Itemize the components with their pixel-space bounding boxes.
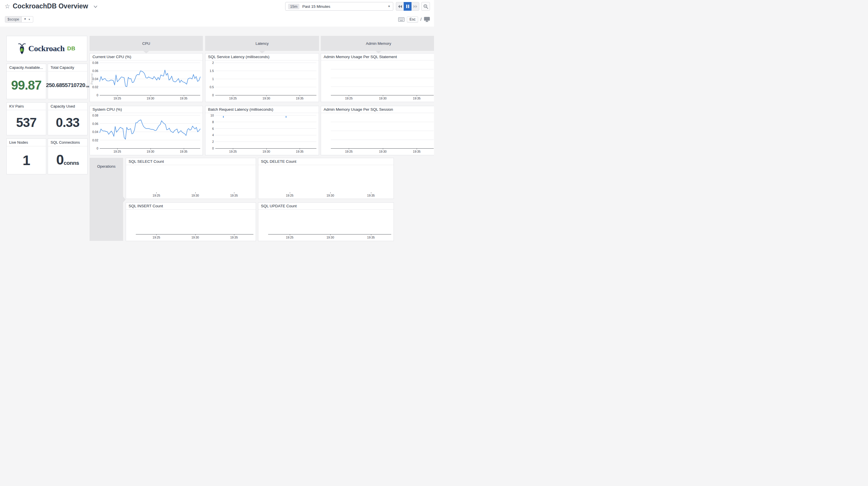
x-axis-tick-label: 19:30 <box>147 150 154 153</box>
y-axis-label: Percent <box>90 63 94 95</box>
brand-suffix: DB <box>67 46 75 52</box>
group-label: Operations <box>90 164 123 169</box>
x-axis-tick-label: 19:30 <box>262 96 270 100</box>
stat-card-sql-connections[interactable]: SQL Connections 0 conns <box>48 139 88 174</box>
shortcut-hints: Esc / <box>398 16 430 23</box>
x-axis-tick-mark <box>195 192 196 193</box>
stat-card-total-capacity[interactable]: Total Capacity 250.6855710720 GB <box>48 64 88 99</box>
x-axis-tick-label: 19:35 <box>367 236 375 239</box>
chart-title: SQL UPDATE Count <box>258 203 394 209</box>
chevron-down-icon[interactable] <box>93 5 98 8</box>
chart-card-sql-insert-count[interactable]: SQL INSERT Count 19:2519:3019:35 <box>126 202 256 241</box>
x-axis-tick-label: 19:25 <box>286 194 293 197</box>
stat-value: 537 <box>16 115 36 130</box>
x-axis-tick-label: 19:25 <box>153 236 160 239</box>
chart-card-admin-memory-session[interactable]: Admin Memory Usage Per SQL Session 19:25… <box>321 106 434 155</box>
page-title: CockroachDB Overview <box>13 2 88 10</box>
chart-card-sql-select-count[interactable]: SQL SELECT Count 19:2519:3019:35 <box>126 158 256 199</box>
x-axis-tick-mark <box>184 95 184 96</box>
pause-button[interactable] <box>404 2 411 11</box>
chart-plot-area[interactable]: 0.080.060.040.02019:2519:3019:35 <box>90 113 203 155</box>
stat-unit: conns <box>64 160 79 166</box>
chart-plot-area[interactable]: 21.510.5019:2519:3019:35 <box>206 60 319 102</box>
x-axis-tick-label: 19:35 <box>180 150 187 153</box>
group-label: Admin Memory <box>366 41 391 46</box>
chart-card-admin-memory-statement[interactable]: Admin Memory Usage Per SQL Statement 19:… <box>321 53 434 102</box>
chart-plot-area[interactable]: 0.080.060.040.02019:2519:3019:35Percent <box>90 60 203 102</box>
chart-plot-area[interactable]: 19:2519:3019:35 <box>321 113 434 155</box>
chart-title: Current User CPU (%) <box>90 54 203 60</box>
x-axis-tick-label: 19:30 <box>379 150 386 153</box>
x-axis-tick-mark <box>195 234 196 235</box>
group-label: CPU <box>142 41 150 46</box>
group-header-latency[interactable]: Latency <box>205 36 319 51</box>
stat-title: Live Nodes <box>7 139 46 146</box>
monitor-icon[interactable] <box>424 17 430 22</box>
x-axis-tick-label: 19:30 <box>191 194 199 197</box>
time-range-selector[interactable]: 15m Past 15 Minutes ▼ <box>285 2 393 11</box>
x-axis-tick-label: 19:35 <box>413 150 421 153</box>
esc-key[interactable]: Esc <box>407 17 418 22</box>
y-axis-tick-label: 2 <box>206 61 214 64</box>
stat-value: 0.33 <box>56 115 80 130</box>
chart-plot-area[interactable]: 108642019:2519:3019:35 <box>206 113 319 155</box>
x-axis-tick-mark <box>371 234 371 235</box>
rewind-button[interactable] <box>396 2 404 11</box>
y-axis-tick-label: 0.08 <box>90 114 98 117</box>
stat-card-capacity-used[interactable]: Capacity Used 0.33 <box>48 102 88 135</box>
x-axis-tick-label: 19:35 <box>367 194 375 197</box>
template-variable-scope[interactable]: $scope * ▼ <box>5 16 33 23</box>
playback-controls <box>396 2 419 11</box>
scope-name: $scope <box>5 17 22 22</box>
chart-card-sql-update-count[interactable]: SQL UPDATE Count 19:2519:3019:35 <box>258 202 394 241</box>
y-axis-tick-label: 0.04 <box>90 130 98 134</box>
time-range-label: Past 15 Minutes <box>302 4 388 9</box>
x-axis-tick-label: 19:30 <box>379 96 386 100</box>
stat-card-live-nodes[interactable]: Live Nodes 1 <box>6 139 46 174</box>
caret-down-icon: ▼ <box>388 5 391 8</box>
chart-card-sql-service-latency[interactable]: SQL Service Latency (milliseconds) 21.51… <box>205 53 319 102</box>
x-axis-tick-mark <box>151 95 151 96</box>
chart-plot-area[interactable]: 19:2519:3019:35 <box>258 209 394 241</box>
chart-card-batch-request-latency[interactable]: Batch Request Latency (milliseconds) 108… <box>205 106 319 155</box>
stat-card-capacity-available[interactable]: Capacity Available... 99.87 <box>6 64 46 99</box>
chart-plot-area[interactable]: 19:2519:3019:35 <box>258 165 394 199</box>
chart-plot-area[interactable]: 19:2519:3019:35 <box>126 209 256 241</box>
y-axis-tick-label: 10 <box>206 114 214 117</box>
x-axis-tick-label: 19:25 <box>153 194 160 197</box>
stat-title: SQL Connections <box>48 139 87 146</box>
chart-card-system-cpu[interactable]: System CPU (%) 0.080.060.040.02019:2519:… <box>90 106 203 155</box>
x-axis-tick-label: 19:35 <box>230 194 238 197</box>
chart-plot-area[interactable]: 19:2519:3019:35 <box>321 60 434 102</box>
x-axis-tick-label: 19:30 <box>327 194 334 197</box>
group-header-operations[interactable]: Operations <box>90 158 123 241</box>
group-header-cpu[interactable]: CPU <box>90 36 203 51</box>
group-header-admin-memory[interactable]: Admin Memory <box>321 36 434 51</box>
y-axis-tick-label: 1 <box>206 77 214 81</box>
x-axis-tick-label: 19:25 <box>114 150 121 153</box>
chart-plot-area[interactable]: 19:2519:3019:35 <box>126 165 256 199</box>
y-axis-tick-label: 4 <box>206 133 214 137</box>
y-axis-tick-label: 0 <box>206 93 214 97</box>
chart-title: Admin Memory Usage Per SQL Session <box>321 106 434 113</box>
chart-card-current-user-cpu[interactable]: Current User CPU (%) 0.080.060.040.02019… <box>90 53 203 102</box>
header-bar: ☆ CockroachDB Overview 15m Past 15 Minut… <box>0 0 434 27</box>
stat-value: 250.6855710720 <box>46 82 85 88</box>
x-axis-tick-mark <box>290 234 290 235</box>
stat-title: KV Pairs <box>7 103 46 110</box>
chart-title: Batch Request Latency (milliseconds) <box>206 106 319 113</box>
y-axis-tick-label: 0 <box>90 147 98 150</box>
x-axis-tick-label: 19:25 <box>345 150 352 153</box>
star-icon[interactable]: ☆ <box>5 3 10 9</box>
x-axis-tick-mark <box>330 234 331 235</box>
group-label: Latency <box>255 41 269 46</box>
chart-card-sql-delete-count[interactable]: SQL DELETE Count 19:2519:3019:35 <box>258 158 394 199</box>
x-axis-tick-label: 19:35 <box>230 236 238 239</box>
fast-forward-button[interactable] <box>411 2 419 11</box>
scope-value: * <box>24 17 26 22</box>
stat-card-kv-pairs[interactable]: KV Pairs 537 <box>6 102 46 135</box>
zoom-out-button[interactable] <box>421 2 430 11</box>
x-axis-tick-label: 19:35 <box>296 96 303 100</box>
slash-separator: / <box>421 17 422 22</box>
x-axis-tick-mark <box>156 234 157 235</box>
